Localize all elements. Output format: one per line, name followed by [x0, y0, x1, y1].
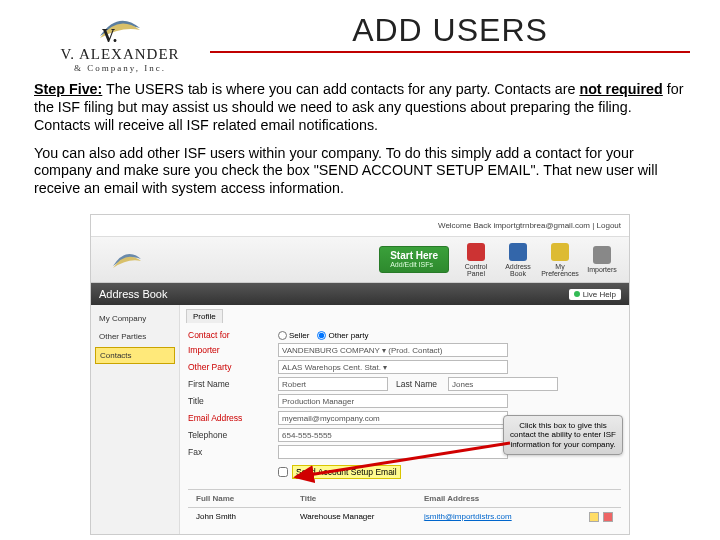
page-title: ADD USERS — [210, 12, 690, 53]
email-input[interactable]: myemail@mycompany.com — [278, 411, 508, 425]
importer-select[interactable]: VANDENBURG COMPANY ▾ (Prod. Contact) — [278, 343, 508, 357]
not-required-emphasis: not required — [579, 81, 662, 97]
logo-company-subtitle: & Company, Inc. — [30, 63, 210, 73]
sidebar-tab-my-company[interactable]: My Company — [95, 311, 175, 326]
send-setup-email-label: Send Account Setup Email — [292, 465, 401, 479]
results-row: John Smith Warehouse Manager jsmith@impo… — [188, 507, 621, 526]
start-here-sublabel: Add/Edit ISFs — [390, 261, 438, 268]
logo-company-name: V. ALEXANDER — [30, 46, 210, 63]
lbl-email: Email Address — [188, 413, 278, 423]
gear-icon — [551, 243, 569, 261]
lbl-importer: Importer — [188, 345, 278, 355]
cell-title: Warehouse Manager — [300, 512, 410, 522]
cell-full-name: John Smith — [196, 512, 286, 522]
slide-body-text: Step Five: The USERS tab is where you ca… — [0, 73, 720, 214]
logo-swoosh-icon: V. — [98, 14, 142, 44]
welcome-bar: Welcome Back importgtrnbrea@gmail.com | … — [91, 215, 629, 237]
results-header: Full Name Title Email Address — [188, 489, 621, 507]
side-tabs: My Company Other Parties Contacts — [91, 305, 179, 534]
company-logo: V. V. ALEXANDER & Company, Inc. — [30, 8, 210, 73]
nav-control-panel[interactable]: Control Panel — [455, 243, 497, 277]
lbl-title: Title — [188, 396, 278, 406]
row-actions — [589, 512, 613, 522]
embedded-screenshot: Welcome Back importgtrnbrea@gmail.com | … — [90, 214, 630, 535]
top-nav: Start Here Add/Edit ISFs Control Panel A… — [91, 237, 629, 283]
radio-label: Seller — [289, 331, 309, 340]
para1-text-a: The USERS tab is where you can add conta… — [102, 81, 579, 97]
title-block: ADD USERS — [210, 8, 690, 53]
contact-form-area: Profile Contact for Seller Other party I… — [179, 305, 629, 534]
callout-tooltip: Click this box to give this contact the … — [503, 415, 623, 455]
shield-icon — [467, 243, 485, 261]
section-title: Address Book — [99, 288, 167, 300]
nav-label: Address Book — [497, 263, 539, 277]
paragraph-2: You can also add other ISF users within … — [34, 145, 686, 199]
step-label: Step Five: — [34, 81, 102, 97]
radio-label: Other party — [328, 331, 368, 340]
svg-text:V.: V. — [102, 26, 117, 44]
telephone-input[interactable]: 654-555-5555 — [278, 428, 508, 442]
slide-header: V. V. ALEXANDER & Company, Inc. ADD USER… — [0, 0, 720, 73]
radio-seller[interactable]: Seller — [278, 331, 309, 340]
nav-label: Importers — [587, 266, 617, 273]
col-title: Title — [300, 494, 410, 503]
lbl-other-party: Other Party — [188, 362, 278, 372]
fax-input[interactable] — [278, 445, 508, 459]
lbl-fax: Fax — [188, 447, 278, 457]
last-name-input[interactable]: Jones — [448, 377, 558, 391]
sidebar-tab-other-parties[interactable]: Other Parties — [95, 329, 175, 344]
send-setup-email-checkbox[interactable] — [278, 467, 288, 477]
delete-icon[interactable] — [603, 512, 613, 522]
lbl-first-name: First Name — [188, 379, 278, 389]
edit-icon[interactable] — [589, 512, 599, 522]
paragraph-1: Step Five: The USERS tab is where you ca… — [34, 81, 686, 135]
live-help-button[interactable]: Live Help — [569, 289, 621, 300]
first-name-input[interactable]: Robert — [278, 377, 388, 391]
start-here-label: Start Here — [390, 251, 438, 261]
lbl-contact-for: Contact for — [188, 330, 278, 340]
lbl-telephone: Telephone — [188, 430, 278, 440]
nav-label: My Preferences — [539, 263, 581, 277]
sidebar-tab-contacts[interactable]: Contacts — [95, 347, 175, 364]
contact-for-radios: Seller Other party — [278, 331, 368, 340]
nav-label: Control Panel — [455, 263, 497, 277]
nav-address-book[interactable]: Address Book — [497, 243, 539, 277]
address-book-panel: My Company Other Parties Contacts Profil… — [91, 305, 629, 534]
lbl-last-name: Last Name — [388, 379, 448, 389]
status-dot-icon — [574, 291, 580, 297]
welcome-text: Welcome Back importgtrnbrea@gmail.com | … — [438, 221, 621, 230]
other-party-select[interactable]: ALAS Warehops Cent. Stat. ▾ — [278, 360, 508, 374]
col-full-name: Full Name — [196, 494, 286, 503]
col-email: Email Address — [424, 494, 479, 503]
start-here-button[interactable]: Start Here Add/Edit ISFs — [379, 246, 449, 273]
nav-logo-icon — [97, 245, 157, 275]
send-setup-email-row: Send Account Setup Email — [188, 465, 621, 479]
book-icon — [509, 243, 527, 261]
live-help-label: Live Help — [583, 290, 616, 299]
nav-preferences[interactable]: My Preferences — [539, 243, 581, 277]
tab-profile[interactable]: Profile — [186, 309, 223, 323]
people-icon — [593, 246, 611, 264]
title-input[interactable]: Production Manager — [278, 394, 508, 408]
section-bar: Address Book Live Help — [91, 283, 629, 305]
nav-importers[interactable]: Importers — [581, 246, 623, 273]
cell-email-link[interactable]: jsmith@importdistrs.com — [424, 512, 512, 522]
radio-other[interactable]: Other party — [317, 331, 368, 340]
